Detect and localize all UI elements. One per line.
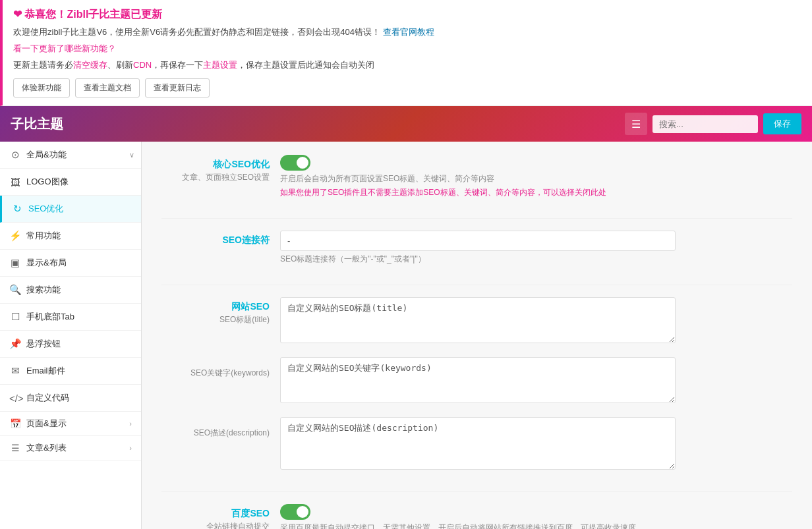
sidebar-item-logo[interactable]: 🖼 LOGO图像 [0,169,141,196]
sidebar-item-search[interactable]: 🔍 搜索功能 [0,277,141,304]
tutorial-link[interactable]: 查看官网教程 [383,27,434,37]
heart-icon: ❤ [13,9,22,20]
website-seo-title-row: 网站SEO SEO标题(title) 自定义网站的SEO标题(title) [161,297,792,345]
menu-icon-btn[interactable]: ☰ [625,113,647,135]
core-seo-label: 核心SEO优化 文章、页面独立SEO设置 [161,155,280,183]
cdn-link[interactable]: CDN [133,60,152,70]
seo-icon: ↻ [11,203,23,215]
sidebar-label-page: 页面&显示 [26,418,67,430]
core-seo-hint2: 如果您使用了SEO插件且不需要主题添加SEO标题、关键词、简介等内容，可以选择关… [280,187,792,198]
core-seo-row: 核心SEO优化 文章、页面独立SEO设置 开启后会自动为所有页面设置SEO标题、… [161,155,792,198]
seo-description-textarea[interactable]: 自定义网站的SEO描述(description) [280,417,676,470]
baidu-seo-label: 百度SEO 全站链接自动提交 [161,504,280,529]
sidebar-label-search: 搜索功能 [26,284,61,296]
custom-icon: </> [9,393,21,404]
display-icon: ▣ [9,257,21,269]
sidebar-label-email: Email邮件 [26,365,65,377]
seo-description-label: SEO描述(description) [161,417,280,439]
core-seo-control: 开启后会自动为所有页面设置SEO标题、关键词、简介等内容 如果您使用了SEO插件… [280,155,792,198]
sidebar: ⊙ 全局&功能 ∨ 🖼 LOGO图像 ↻ SEO优化 ⚡ 常用功能 ▣ 显示&布… [0,142,142,529]
article-icon: ☰ [9,443,21,453]
header-right: ☰ 保存 [625,113,801,135]
theme-title: 子比主题 [11,115,63,133]
sidebar-item-email[interactable]: ✉ Email邮件 [0,358,141,385]
baidu-seo-section: 百度SEO 全站链接自动提交 采用百度最新自动提交接口，无需其他设置。开启后自动… [161,504,792,529]
notification-title: ❤ 恭喜您！Zibll子比主题已更新 [13,8,801,22]
arrow-icon-global: ∨ [129,151,134,159]
baidu-seo-control: 采用百度最新自动提交接口，无需其他设置。开启后自动将网站所有链接推送到百度，可提… [280,504,792,529]
seo-description-control: 自定义网站的SEO描述(description) [280,417,792,472]
sidebar-item-custom[interactable]: </> 自定义代码 [0,385,141,412]
arrow-icon-page: › [129,420,132,428]
core-seo-slider [280,155,310,171]
website-seo-section: 网站SEO SEO标题(title) 自定义网站的SEO标题(title) SE… [161,297,792,472]
sidebar-label-common: 常用功能 [26,230,61,242]
view-docs-btn[interactable]: 查看主题文档 [75,78,140,97]
float-icon: 📌 [9,338,21,350]
arrow-icon-article: › [129,444,132,452]
sidebar-label-global: 全局&功能 [26,149,67,161]
baidu-seo-row: 百度SEO 全站链接自动提交 采用百度最新自动提交接口，无需其他设置。开启后自动… [161,504,792,529]
mobile-icon: ☐ [9,311,21,323]
logo-icon: 🖼 [9,177,21,188]
seo-keywords-row: SEO关键字(keywords) 自定义网站的SEO关键字(keywords) [161,357,792,405]
try-new-features-btn[interactable]: 体验新功能 [13,78,70,97]
global-icon: ⊙ [9,149,21,161]
seo-connector-label: SEO连接符 [161,231,280,246]
sidebar-item-global[interactable]: ⊙ 全局&功能 ∨ [0,142,141,169]
page-icon: 📅 [9,418,21,429]
sidebar-label-seo: SEO优化 [28,203,63,215]
seo-keywords-textarea[interactable]: 自定义网站的SEO关键字(keywords) [280,357,676,403]
sidebar-item-display[interactable]: ▣ 显示&布局 [0,250,141,277]
save-button[interactable]: 保存 [763,113,801,134]
sidebar-label-display: 显示&布局 [26,257,67,269]
seo-keywords-label: SEO关键字(keywords) [161,357,280,379]
seo-connector-input[interactable] [280,231,676,251]
common-icon: ⚡ [9,230,21,242]
seo-connector-control: SEO标题连接符（一般为"-"或"_"或者"|"） [280,231,792,265]
website-seo-label: 网站SEO SEO标题(title) [161,297,280,325]
core-seo-section: 核心SEO优化 文章、页面独立SEO设置 开启后会自动为所有页面设置SEO标题、… [161,155,792,198]
header-search-input[interactable] [652,115,758,133]
clear-cache-link[interactable]: 清空缓存 [73,60,107,70]
email-icon: ✉ [9,365,21,377]
sidebar-label-float: 悬浮按钮 [26,338,61,350]
sidebar-label-mobile: 手机底部Tab [26,311,74,323]
seo-connector-section: SEO连接符 SEO标题连接符（一般为"-"或"_"或者"|"） [161,231,792,265]
new-features-link[interactable]: 看一下更新了哪些新功能？ [13,43,116,53]
view-changelog-btn[interactable]: 查看更新日志 [145,78,210,97]
website-seo-title-control: 自定义网站的SEO标题(title) [280,297,792,345]
sidebar-label-logo: LOGO图像 [26,176,69,188]
seo-title-textarea[interactable]: 自定义网站的SEO标题(title) [280,297,676,343]
notification-line3: 更新主题请务必清空缓存、刷新CDN，再保存一下主题设置，保存主题设置后此通知会自… [13,59,801,72]
sidebar-label-custom: 自定义代码 [26,392,69,404]
sidebar-item-common[interactable]: ⚡ 常用功能 [0,223,141,250]
baidu-seo-hint1: 采用百度最新自动提交接口，无需其他设置。开启后自动将网站所有链接推送到百度，可提… [280,522,792,529]
notification-buttons: 体验新功能 查看主题文档 查看更新日志 [13,78,801,97]
baidu-seo-toggle[interactable] [280,504,310,520]
theme-header: 子比主题 ☰ 保存 [0,106,812,142]
sidebar-item-float[interactable]: 📌 悬浮按钮 [0,331,141,358]
core-seo-hint1: 开启后会自动为所有页面设置SEO标题、关键词、简介等内容 [280,173,792,184]
baidu-seo-slider [280,504,310,520]
theme-settings-link[interactable]: 主题设置 [203,60,237,70]
notification-banner: ❤ 恭喜您！Zibll子比主题已更新 欢迎使用zibll子比主题V6，使用全新V… [0,0,812,106]
sidebar-item-seo[interactable]: ↻ SEO优化 [0,196,141,223]
core-seo-toggle[interactable] [280,155,310,171]
sidebar-section-article[interactable]: ☰ 文章&列表 › [0,436,141,460]
sidebar-section-page[interactable]: 📅 页面&显示 › [0,412,141,436]
notification-line1: 欢迎使用zibll子比主题V6，使用全新V6请务必先配置好伪静态和固定链接，否则… [13,26,801,40]
content-area: 核心SEO优化 文章、页面独立SEO设置 开启后会自动为所有页面设置SEO标题、… [142,142,812,529]
sidebar-label-article: 文章&列表 [26,442,67,454]
seo-description-row: SEO描述(description) 自定义网站的SEO描述(descripti… [161,417,792,472]
sidebar-item-mobile[interactable]: ☐ 手机底部Tab [0,304,141,331]
seo-connector-row: SEO连接符 SEO标题连接符（一般为"-"或"_"或者"|"） [161,231,792,265]
seo-connector-hint: SEO标题连接符（一般为"-"或"_"或者"|"） [280,254,792,265]
search-icon: 🔍 [9,284,21,296]
main-layout: ⊙ 全局&功能 ∨ 🖼 LOGO图像 ↻ SEO优化 ⚡ 常用功能 ▣ 显示&布… [0,142,812,529]
seo-keywords-control: 自定义网站的SEO关键字(keywords) [280,357,792,405]
